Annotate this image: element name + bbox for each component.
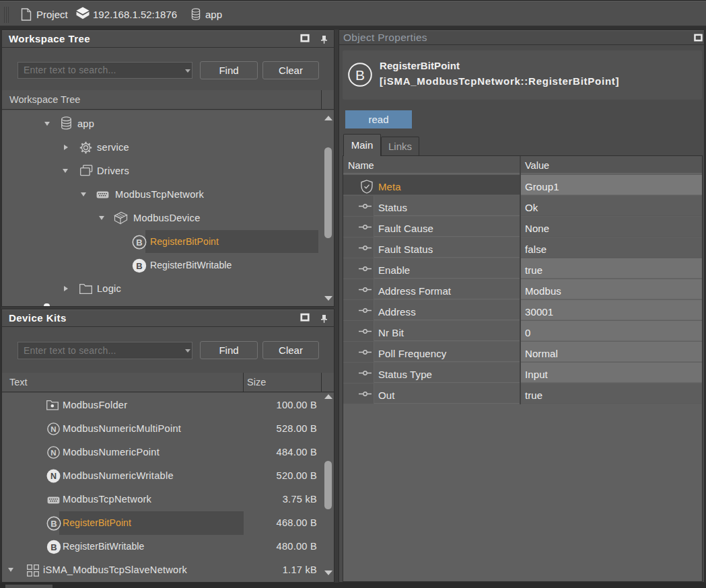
svg-text:N: N	[50, 449, 56, 457]
svg-text:B: B	[136, 237, 142, 248]
svg-text:B: B	[50, 542, 57, 552]
svg-text:N: N	[50, 472, 57, 481]
svg-text:N: N	[50, 425, 56, 433]
svg-text:B: B	[50, 519, 57, 529]
svg-text:B: B	[355, 67, 365, 83]
svg-text:B: B	[136, 261, 142, 271]
